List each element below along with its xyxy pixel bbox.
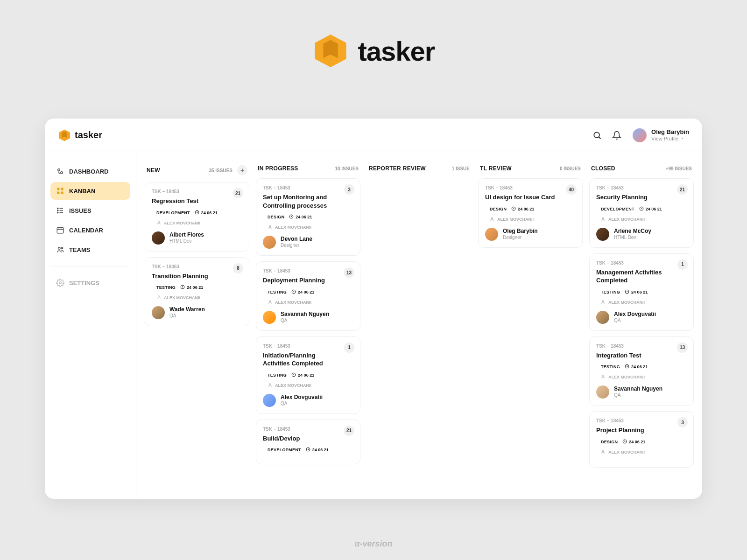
hero: tasker (0, 0, 747, 90)
user-name: Oleg Barybin (651, 128, 689, 136)
card-date: 24 06 21 (291, 289, 314, 295)
issue-card[interactable]: 21TSK – 18453Security PlanningDEVELOPMEN… (589, 178, 694, 248)
card-id: TSK – 18453 (263, 427, 353, 432)
bell-icon[interactable] (611, 130, 622, 141)
sidebar-item-calendar[interactable]: CALENDAR (50, 221, 130, 239)
card-assignee: Alex DovguvatiiQA (263, 394, 353, 407)
issue-card[interactable]: 13TSK – 18453Integration TestTESTING24 0… (589, 336, 694, 406)
assignee-name: Alex Dovguvatii (614, 311, 656, 318)
column-closed: CLOSED+99 ISSUES21TSK – 18453Security Pl… (589, 162, 694, 489)
clock-icon (639, 206, 644, 212)
card-date: 24 06 21 (625, 364, 648, 370)
card-title: Regression Test (152, 197, 242, 205)
card-id: TSK – 18453 (263, 185, 353, 190)
assignee-name: Alex Dovguvatii (281, 394, 323, 401)
sidebar-item-issues[interactable]: ISSUES (50, 202, 130, 219)
card-title: Initiation/Planning Activities Completed (263, 351, 353, 368)
column-header: TL REVIEW0 ISSUES (478, 162, 583, 178)
column-header: REPORTER REVIEW1 ISSUE (367, 162, 472, 178)
app-logo[interactable]: tasker (58, 129, 102, 142)
issue-card[interactable]: 1TSK – 18453Initiation/Planning Activiti… (256, 336, 360, 414)
card-assignee: Savannah NguyenQA (596, 385, 687, 399)
issue-card[interactable]: 13TSK – 18453Deployment PlanningTESTING2… (256, 261, 360, 331)
view-profile-link[interactable]: View Profile (651, 136, 689, 142)
card-title: Deployment Planning (263, 276, 353, 285)
clock-icon (511, 206, 516, 212)
card-tag: DESIGN (268, 215, 284, 219)
add-card-button[interactable] (237, 165, 247, 175)
card-date: 24 06 21 (639, 206, 662, 212)
issue-card[interactable]: 3TSK – 18453Set up Monitoring and Contro… (256, 178, 360, 256)
svg-point-41 (491, 217, 493, 218)
sidebar-item-label: SETTINGS (69, 280, 99, 287)
issue-card[interactable]: 1TSK – 18453Management Activities Comple… (589, 253, 694, 331)
cards-list: 21TSK – 18453Security PlanningDEVELOPMEN… (589, 178, 694, 468)
svg-point-9 (61, 172, 63, 174)
card-badge: 21 (677, 184, 688, 195)
svg-point-38 (269, 383, 270, 385)
column-reporter-review: REPORTER REVIEW1 ISSUE (367, 162, 472, 489)
card-badge: 1 (677, 259, 688, 270)
svg-point-24 (58, 247, 61, 250)
svg-rect-11 (61, 188, 63, 190)
assignee-name: Arlene McCoy (614, 228, 651, 235)
svg-point-14 (57, 208, 58, 209)
sidebar-item-dashboard[interactable]: DASHBOARD (50, 162, 130, 180)
card-id: TSK – 18453 (485, 185, 576, 190)
app-name: tasker (75, 130, 102, 140)
svg-point-36 (269, 300, 270, 301)
clock-icon (625, 364, 629, 370)
issue-card[interactable]: 21TSK – 18453Regression TestDEVELOPMENT2… (145, 182, 249, 252)
user-icon (601, 217, 606, 222)
card-badge: 13 (344, 267, 354, 278)
search-icon[interactable] (592, 130, 603, 141)
card-tag: DESIGN (490, 207, 507, 211)
user-icon (268, 300, 272, 305)
user-icon (601, 374, 606, 380)
svg-line-7 (599, 137, 601, 139)
card-id: TSK – 18453 (152, 264, 242, 269)
assignee-role: HTML Dev (614, 235, 651, 241)
issue-card[interactable]: 3TSK – 18453Project PlanningDESIGN24 06 … (589, 411, 694, 468)
assignee-role: Designer (281, 243, 312, 249)
card-title: Build/Devlop (263, 434, 353, 443)
card-reporter: ALEX MOVCHANII (156, 220, 242, 226)
card-assignee: Alex DovguvatiiQA (596, 311, 687, 324)
column-count: 35 ISSUES (209, 168, 233, 173)
card-title: Integration Test (596, 351, 687, 360)
sidebar-item-label: ISSUES (69, 207, 92, 214)
svg-point-8 (58, 169, 60, 171)
svg-point-18 (57, 212, 58, 213)
sidebar-item-settings[interactable]: SETTINGS (50, 274, 130, 292)
cards-list: 3TSK – 18453Set up Monitoring and Contro… (256, 178, 360, 464)
column-count: 0 ISSUES (560, 166, 581, 171)
issue-card[interactable]: 40TSK – 18453UI design for Issue CardDES… (478, 178, 583, 248)
sidebar-item-label: CALENDAR (69, 227, 103, 234)
issue-card[interactable]: 21TSK – 18453Build/DevlopDEVELOPMENT24 0… (256, 420, 360, 465)
card-reporter: ALEX MOVCHANII (601, 300, 687, 305)
card-reporter: ALEX MOVCHANII (601, 374, 687, 380)
column-header: NEW35 ISSUES (145, 162, 249, 182)
user-menu[interactable]: Oleg Barybin View Profile (633, 128, 689, 142)
issue-card[interactable]: 8TSK – 18453Transition PlanningTESTING24… (145, 257, 249, 327)
card-badge: 21 (344, 426, 354, 436)
card-id: TSK – 18453 (596, 185, 687, 190)
card-date: 24 06 21 (180, 285, 203, 290)
card-reporter: ALEX MOVCHANII (490, 217, 576, 222)
user-icon (156, 220, 161, 226)
column-title: IN PROGRESS (258, 165, 298, 172)
column-title: NEW (147, 167, 160, 174)
clock-icon (291, 372, 296, 378)
assignee-name: Savannah Nguyen (614, 385, 662, 392)
assignee-role: Designer (503, 235, 538, 241)
sidebar-item-kanban[interactable]: KANBAN (50, 182, 130, 200)
sidebar-item-teams[interactable]: TEAMS (50, 241, 130, 259)
logo-hex-icon (312, 33, 349, 69)
card-title: Project Planning (596, 426, 687, 434)
assignee-name: Albert Flores (169, 231, 204, 238)
clock-icon (306, 447, 310, 453)
column-in-progress: IN PROGRESS10 ISSUES3TSK – 18453Set up M… (256, 162, 360, 489)
card-badge: 40 (566, 184, 577, 195)
cards-list: 40TSK – 18453UI design for Issue CardDES… (478, 178, 583, 248)
assignee-role: QA (169, 313, 205, 319)
